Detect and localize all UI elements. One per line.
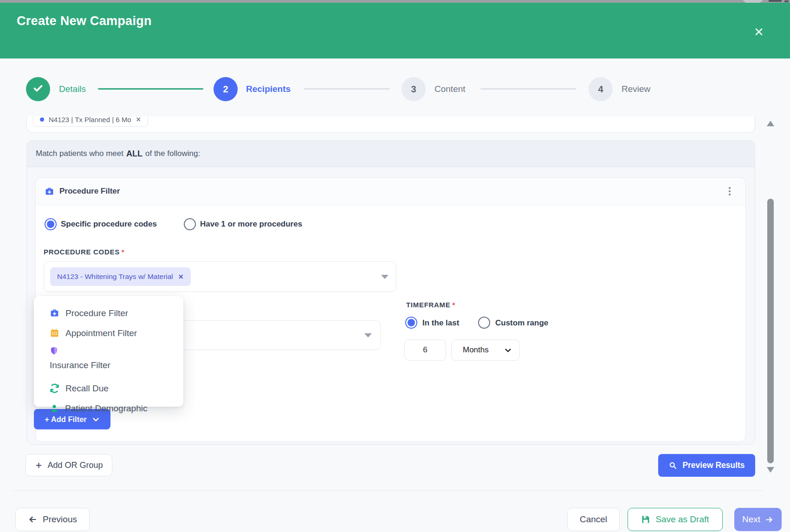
scrollbar-thumb[interactable] <box>767 199 774 463</box>
radio-label-in-the-last[interactable]: In the last <box>422 318 459 328</box>
previous-button[interactable]: Previous <box>15 508 90 531</box>
next-button[interactable]: Next <box>734 508 782 531</box>
calendar-icon <box>50 328 59 338</box>
arrow-right-icon <box>765 515 774 524</box>
procedure-codes-select[interactable]: N4123 - Whitening Trays w/ Material ✕ <box>44 261 396 292</box>
radio-label-custom-range[interactable]: Custom range <box>495 318 548 328</box>
caret-down-icon <box>381 275 389 279</box>
procedure-code-chip[interactable]: N4123 - Whitening Trays w/ Material ✕ <box>50 267 191 286</box>
scrolled-selection-card: N4123 | Tx Planned | 6 Mo ✕ <box>26 117 755 133</box>
radio-label-specific-codes[interactable]: Specific procedure codes <box>61 220 157 229</box>
scrollbar-down-arrow[interactable] <box>767 467 774 473</box>
save-as-draft-button[interactable]: Save as Draft <box>628 508 723 531</box>
kebab-menu-icon[interactable] <box>727 185 732 197</box>
modal-header <box>0 3 790 58</box>
check-icon <box>32 82 44 97</box>
menu-item-patient-demographic[interactable]: Patient Demographic <box>50 398 183 418</box>
radio-label-have-procedures[interactable]: Have 1 or more procedures <box>200 220 302 229</box>
menu-item-procedure-filter[interactable]: Procedure Filter <box>50 303 183 323</box>
preview-results-button[interactable]: Preview Results <box>658 454 755 477</box>
add-or-group-button[interactable]: Add OR Group <box>26 454 112 476</box>
search-icon <box>668 461 677 470</box>
modal-title: Create New Campaign <box>17 14 152 28</box>
step-label-recipients: Recipients <box>246 84 291 94</box>
procedure-filter-title: Procedure Filter <box>59 187 120 196</box>
chip-remove-icon[interactable]: ✕ <box>136 117 141 123</box>
background-text-fragment <box>784 0 789 2</box>
match-prefix: Match patients who meet <box>36 149 123 158</box>
procedure-code-chip-label: N4123 - Whitening Trays w/ Material <box>57 272 173 281</box>
footer-divider <box>14 490 764 491</box>
caret-down-icon <box>364 333 372 337</box>
step-connector <box>304 88 390 90</box>
shield-icon <box>50 343 183 357</box>
chevron-down-icon <box>504 346 512 354</box>
sync-icon <box>50 383 59 393</box>
add-filter-dropdown-menu: Procedure Filter Appointment Filter Insu… <box>34 296 183 407</box>
step-label-review: Review <box>622 84 650 94</box>
radio-have-procedures[interactable] <box>184 218 196 230</box>
match-suffix: of the following: <box>145 149 200 158</box>
cancel-button[interactable]: Cancel <box>567 508 620 531</box>
step-circle-content[interactable]: 3 <box>401 77 426 101</box>
match-rule-bar: Match patients who meet ALL of the follo… <box>26 140 755 167</box>
procedure-filter-header: Procedure Filter <box>35 177 746 205</box>
radio-specific-procedure-codes[interactable] <box>45 218 57 230</box>
step-label-details: Details <box>59 84 86 94</box>
chip-dot-icon <box>40 117 44 122</box>
create-campaign-modal: Create New Campaign ✕ Details 2 Recipien… <box>0 0 790 532</box>
save-icon <box>641 515 650 524</box>
procedure-codes-label: PROCEDURE CODES* <box>44 248 124 256</box>
arrow-left-icon <box>28 515 37 524</box>
step-circle-review[interactable]: 4 <box>589 77 613 101</box>
plus-icon <box>35 461 43 469</box>
menu-item-recall-due[interactable]: Recall Due <box>50 378 183 398</box>
timeframe-value-input[interactable] <box>404 339 446 361</box>
chip-label: N4123 | Tx Planned | 6 Mo <box>49 117 131 123</box>
match-emphasis: ALL <box>126 149 142 159</box>
step-label-content: Content <box>434 84 466 94</box>
menu-item-appointment-filter[interactable]: Appointment Filter <box>50 323 183 343</box>
close-icon[interactable]: ✕ <box>751 24 767 40</box>
procedure-code-chip-remove-icon[interactable]: ✕ <box>178 273 184 280</box>
step-connector <box>480 88 576 90</box>
menu-item-insurance-filter[interactable]: Insurance Filter <box>50 343 183 378</box>
timeframe-unit-value: Months <box>463 345 489 355</box>
timeframe-unit-select[interactable]: Months <box>451 339 520 361</box>
briefcase-medical-icon <box>50 308 59 318</box>
radio-custom-range[interactable] <box>478 317 490 329</box>
step-connector <box>98 88 203 90</box>
step-circle-details[interactable] <box>26 77 50 101</box>
selected-filter-chip[interactable]: N4123 | Tx Planned | 6 Mo ✕ <box>33 117 148 127</box>
scrollbar-up-arrow[interactable] <box>767 121 774 126</box>
briefcase-medical-icon <box>45 187 54 196</box>
radio-in-the-last[interactable] <box>405 317 417 329</box>
timeframe-label: TIMEFRAME* <box>406 301 455 309</box>
step-circle-recipients[interactable]: 2 <box>214 77 238 101</box>
person-icon <box>50 404 59 413</box>
background-text-fragment <box>769 0 782 2</box>
